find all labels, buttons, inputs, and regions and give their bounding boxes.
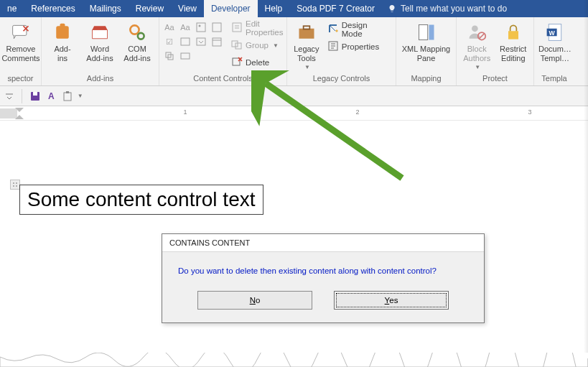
com-addins-button[interactable]: COM Add-ins [119, 20, 155, 64]
no-button[interactable]: No [197, 291, 312, 310]
svg-point-42 [16, 182, 17, 184]
qat-font-a[interactable]: A [48, 91, 55, 101]
svg-rect-2 [60, 24, 65, 29]
design-mode-icon [327, 23, 339, 36]
group-label: Group [246, 41, 269, 50]
design-mode-button[interactable]: Design Mode [325, 22, 393, 37]
svg-rect-8 [181, 38, 190, 45]
addins-icon [52, 22, 73, 43]
indent-marker-icon[interactable] [14, 107, 24, 120]
cc-picture-button[interactable] [194, 20, 208, 34]
delete-button[interactable]: Delete [228, 55, 286, 70]
legacy-tools-button[interactable]: Legacy Tools ▼ [290, 20, 323, 72]
cc-plaintext-button[interactable]: Aa [178, 20, 192, 34]
chevron-down-icon: ▼ [273, 42, 279, 49]
qat-save-icon[interactable] [29, 90, 41, 102]
torn-edge [0, 353, 588, 367]
addins-button[interactable]: Add- ins [45, 20, 80, 64]
cc-datepicker-button[interactable] [210, 34, 224, 49]
block-authors-icon [466, 22, 487, 43]
group-mapping: XML Mapping Pane Mapping [396, 17, 457, 85]
svg-rect-18 [232, 41, 238, 47]
yes-button[interactable]: Yes [334, 291, 449, 310]
tell-me-search[interactable]: Tell me what you want to do [382, 4, 513, 14]
dialog-message: Do you want to delete then existing cont… [162, 252, 484, 284]
remove-comments-button[interactable]: Remove Comments [3, 20, 39, 64]
group-label-templates: Templa [537, 73, 571, 84]
cc-checkbox-button[interactable]: ☑ [162, 34, 177, 49]
group-content-controls: Aa Aa ☑ [159, 17, 287, 85]
ribbon: Remove Comments spector Add- ins Word Ad… [0, 17, 588, 86]
remove-comments-label: Remove Comments [1, 45, 39, 62]
delete-icon [231, 56, 243, 69]
restrict-editing-label: Restrict Editing [500, 45, 526, 62]
ruler-mark-1: 1 [183, 108, 187, 116]
svg-point-3 [130, 25, 139, 34]
quick-access-toolbar: A ▼ [0, 86, 588, 106]
tab-review[interactable]: Review [129, 0, 171, 17]
document-template-label: Docum… Templ… [538, 45, 571, 62]
tab-mailings[interactable]: Mailings [83, 0, 129, 17]
dialog-buttons: No Yes [162, 284, 484, 322]
content-control-handle[interactable] [10, 180, 20, 190]
tab-fragment[interactable]: ne [0, 0, 24, 17]
document-template-button[interactable]: W Docum… Templ… [537, 20, 573, 64]
group-button[interactable]: Group ▼ [228, 37, 286, 53]
lock-icon [503, 22, 524, 43]
group-icon [231, 39, 243, 52]
qat-dropdown[interactable] [4, 91, 14, 101]
svg-rect-5 [197, 23, 205, 32]
svg-rect-28 [429, 25, 434, 40]
svg-point-4 [138, 33, 144, 40]
svg-rect-9 [197, 38, 205, 45]
svg-rect-32 [508, 31, 518, 39]
tab-help[interactable]: Help [258, 0, 290, 17]
svg-rect-20 [233, 58, 240, 65]
design-mode-label: Design Mode [342, 21, 390, 38]
content-control-text[interactable]: Some content control text [19, 185, 263, 215]
cc-gallery: Aa Aa ☑ [162, 20, 224, 63]
edit-properties-label: Edit Properties [246, 19, 283, 37]
group-label-mapping: Mapping [399, 73, 453, 84]
svg-point-29 [472, 25, 478, 32]
svg-text:W: W [549, 29, 555, 37]
cc-legacy-button[interactable] [178, 49, 192, 63]
tab-view[interactable]: View [171, 0, 204, 17]
legacy-properties-button[interactable]: Properties [325, 39, 393, 55]
legacy-tools-label: Legacy Tools [294, 45, 319, 62]
group-remove-comments: Remove Comments spector [0, 17, 42, 85]
word-addins-button[interactable]: Word Add-ins [82, 20, 118, 64]
restrict-editing-button[interactable]: Restrict Editing [496, 20, 531, 64]
delete-label: Delete [246, 58, 269, 67]
svg-point-6 [199, 25, 201, 27]
addins-label: Add- ins [54, 45, 70, 62]
svg-line-31 [480, 34, 485, 39]
chevron-down-icon: ▼ [304, 64, 310, 70]
group-label-addins: Add-ins [45, 73, 156, 84]
qat-clipboard-icon[interactable]: ▼ [62, 90, 83, 102]
tab-soda-pdf[interactable]: Soda PDF 7 Creator [289, 0, 382, 17]
svg-rect-15 [233, 23, 241, 32]
xml-mapping-button[interactable]: XML Mapping Pane [399, 20, 453, 64]
cc-combobox-button[interactable] [178, 34, 192, 49]
cc-buildingblock-button[interactable] [210, 20, 224, 34]
block-authors-button[interactable]: Block Authors ▼ [459, 20, 495, 72]
tab-references[interactable]: References [24, 0, 82, 17]
cc-dropdown-button[interactable] [194, 34, 208, 49]
group-protect: Block Authors ▼ Restrict Editing Protect [457, 17, 534, 85]
document-area[interactable]: Some content control text CONTAINS CONTE… [0, 121, 588, 367]
svg-rect-14 [181, 53, 190, 59]
edit-properties-button[interactable]: Edit Properties [228, 20, 286, 36]
cc-richtext-button[interactable]: Aa [162, 20, 177, 34]
group-templates: W Docum… Templ… Templa [534, 17, 574, 85]
ruler-mark-2: 2 [355, 108, 359, 116]
ruler[interactable]: 1 2 3 [0, 106, 588, 121]
store-icon [89, 22, 111, 43]
tab-developer[interactable]: Developer [204, 0, 258, 17]
group-label-legacy: Legacy Controls [290, 73, 393, 84]
cc-repeating-button[interactable] [162, 49, 177, 63]
confirm-dialog: CONTAINS CONTENT Do you want to delete t… [162, 233, 485, 323]
properties-icon [327, 40, 339, 53]
svg-point-43 [13, 185, 14, 187]
properties-icon [231, 22, 243, 34]
